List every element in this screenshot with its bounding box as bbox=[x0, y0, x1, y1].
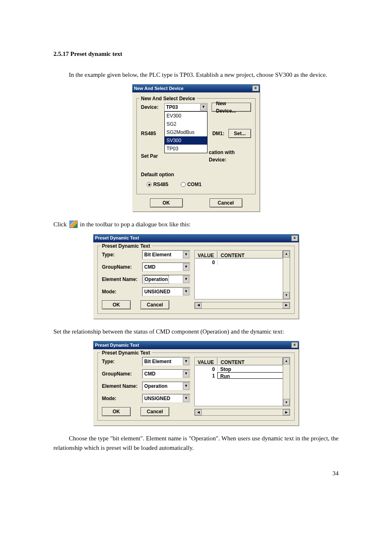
value-content-table: VALUE CONTENT 0 Stop 1 bbox=[194, 357, 290, 406]
close-icon[interactable]: × bbox=[291, 342, 298, 348]
groupname-dropdown[interactable]: CMD ▼ bbox=[142, 369, 190, 378]
elementname-value: Operation bbox=[144, 382, 168, 390]
table-row[interactable]: 0 Stop bbox=[195, 366, 290, 372]
dropdown-item[interactable]: EV300 bbox=[165, 112, 207, 120]
chevron-down-icon[interactable]: ▼ bbox=[183, 358, 189, 365]
ok-button[interactable]: OK bbox=[150, 198, 183, 207]
titlebar-text: Preset Dynamic Text bbox=[95, 342, 291, 349]
scroll-up-icon[interactable]: ▲ bbox=[283, 357, 290, 364]
scroll-up-icon[interactable]: ▲ bbox=[283, 251, 290, 258]
titlebar[interactable]: Preset Dynamic Text × bbox=[93, 234, 299, 242]
mode-dropdown[interactable]: UNSIGNED ▼ bbox=[142, 394, 190, 403]
click-post: in the toolbar to pop a dialogue box lik… bbox=[80, 220, 191, 229]
cell-value[interactable]: 1 bbox=[195, 372, 218, 379]
close-icon[interactable]: × bbox=[252, 85, 259, 91]
titlebar[interactable]: New And Select Device × bbox=[132, 84, 260, 92]
groupname-label: GroupName: bbox=[102, 263, 142, 271]
set-button[interactable]: Set... bbox=[228, 129, 251, 138]
chevron-down-icon[interactable]: ▼ bbox=[183, 263, 189, 271]
mode-label: Mode: bbox=[102, 395, 142, 402]
elementname-label: Element Name: bbox=[102, 276, 142, 283]
elementname-dropdown[interactable]: Operation ▼ bbox=[142, 382, 190, 391]
titlebar-text: New And Select Device bbox=[134, 85, 252, 92]
mode-value: UNSIGNED bbox=[144, 395, 170, 402]
th-content[interactable]: CONTENT bbox=[218, 357, 283, 365]
device-dropdown-list[interactable]: EV300 SG2 SG2ModBus SV300 TP03 bbox=[164, 111, 208, 153]
chevron-down-icon[interactable]: ▼ bbox=[200, 104, 207, 111]
set-par-label: Set Par bbox=[141, 152, 162, 160]
scroll-left-icon[interactable]: ◀ bbox=[195, 302, 202, 309]
scroll-left-icon[interactable]: ◀ bbox=[195, 409, 202, 415]
type-label: Type: bbox=[102, 358, 142, 365]
para-2: Set the relationship between the status … bbox=[53, 327, 339, 336]
vertical-scrollbar[interactable]: ▲ ▼ bbox=[283, 357, 290, 406]
horizontal-scrollbar[interactable]: ◀ ▶ bbox=[194, 409, 290, 416]
ok-button[interactable]: OK bbox=[102, 300, 131, 309]
new-device-button[interactable]: New Device... bbox=[212, 103, 251, 112]
com1-right-label: DM1: bbox=[212, 130, 229, 137]
cell-value[interactable]: 0 bbox=[195, 259, 218, 265]
section-heading: 2.5.17 Preset dynamic text bbox=[53, 49, 339, 59]
scroll-track[interactable] bbox=[202, 409, 283, 415]
th-value[interactable]: VALUE bbox=[195, 251, 218, 258]
dropdown-item[interactable]: TP03 bbox=[165, 145, 207, 153]
type-dropdown[interactable]: Bit Element ▼ bbox=[142, 357, 190, 366]
vertical-scrollbar[interactable]: ▲ ▼ bbox=[283, 251, 290, 299]
titlebar[interactable]: Preset Dynamic Text × bbox=[93, 341, 299, 349]
radio-com1-label: COM1 bbox=[187, 181, 202, 188]
dropdown-item[interactable]: SG2ModBus bbox=[165, 128, 207, 136]
value-content-table: VALUE CONTENT 0 ▲ bbox=[194, 250, 290, 299]
device-label: Device: bbox=[141, 104, 164, 111]
radio-rs485-label: RS485 bbox=[153, 181, 168, 188]
preset-dynamic-text-toolbar-icon bbox=[69, 221, 78, 228]
scroll-down-icon[interactable]: ▼ bbox=[283, 399, 290, 406]
chevron-down-icon[interactable]: ▼ bbox=[183, 276, 189, 283]
close-icon[interactable]: × bbox=[291, 235, 298, 241]
dropdown-item[interactable]: SV300 bbox=[165, 136, 207, 145]
cancel-button[interactable]: Cancel bbox=[210, 198, 242, 207]
table-row[interactable]: 1 Run bbox=[195, 372, 290, 379]
elementname-value: Operation bbox=[144, 276, 168, 283]
chevron-down-icon[interactable]: ▼ bbox=[183, 370, 189, 378]
type-label: Type: bbox=[102, 251, 142, 258]
default-option-label: Default option bbox=[141, 171, 174, 178]
chevron-down-icon[interactable]: ▼ bbox=[183, 288, 189, 295]
radio-rs485[interactable] bbox=[147, 182, 152, 187]
new-and-select-device-dialog: New And Select Device × New And Select D… bbox=[132, 84, 260, 212]
chevron-down-icon[interactable]: ▼ bbox=[183, 395, 189, 402]
group-label: Preset Dynamic Text bbox=[100, 242, 152, 250]
cancel-button[interactable]: Cancel bbox=[141, 300, 169, 309]
scroll-track[interactable] bbox=[202, 302, 283, 309]
ok-button[interactable]: OK bbox=[102, 407, 131, 416]
scroll-right-icon[interactable]: ▶ bbox=[283, 302, 290, 309]
mode-value: UNSIGNED bbox=[144, 288, 170, 295]
th-value[interactable]: VALUE bbox=[195, 357, 218, 365]
horizontal-scrollbar[interactable]: ◀ ▶ bbox=[194, 302, 290, 309]
dropdown-item[interactable]: SG2 bbox=[165, 120, 207, 128]
chevron-down-icon[interactable]: ▼ bbox=[183, 251, 189, 258]
table-row[interactable]: 0 bbox=[195, 259, 290, 265]
mode-dropdown[interactable]: UNSIGNED ▼ bbox=[142, 287, 190, 296]
cancel-button[interactable]: Cancel bbox=[141, 407, 169, 416]
scroll-track[interactable] bbox=[283, 364, 290, 399]
type-dropdown[interactable]: Bit Element ▼ bbox=[142, 250, 190, 259]
device-dropdown[interactable]: TP03 ▼ EV300 SG2 SG2ModBus SV300 TP03 bbox=[164, 103, 208, 111]
scroll-track[interactable] bbox=[283, 258, 290, 292]
type-value: Bit Element bbox=[144, 358, 171, 365]
chevron-down-icon[interactable]: ▼ bbox=[183, 382, 189, 390]
cell-content[interactable]: Stop bbox=[218, 366, 290, 372]
cell-content[interactable]: Run bbox=[218, 373, 290, 378]
groupname-dropdown[interactable]: CMD ▼ bbox=[142, 263, 190, 272]
th-content[interactable]: CONTENT bbox=[218, 251, 283, 258]
scroll-down-icon[interactable]: ▼ bbox=[283, 292, 290, 299]
para-3: Choose the type "bit element". Element n… bbox=[53, 434, 339, 452]
radio-com1[interactable] bbox=[181, 182, 186, 187]
groupname-value: CMD bbox=[144, 370, 155, 378]
click-pre: Click bbox=[53, 220, 67, 229]
cell-content[interactable] bbox=[218, 259, 290, 265]
cell-value[interactable]: 0 bbox=[195, 366, 218, 372]
preset-dynamic-text-dialog-1: Preset Dynamic Text × Preset Dynamic Tex… bbox=[93, 234, 299, 319]
elementname-dropdown[interactable]: Operation ▼ bbox=[142, 275, 190, 284]
titlebar-text: Preset Dynamic Text bbox=[95, 235, 291, 242]
scroll-right-icon[interactable]: ▶ bbox=[283, 409, 290, 415]
